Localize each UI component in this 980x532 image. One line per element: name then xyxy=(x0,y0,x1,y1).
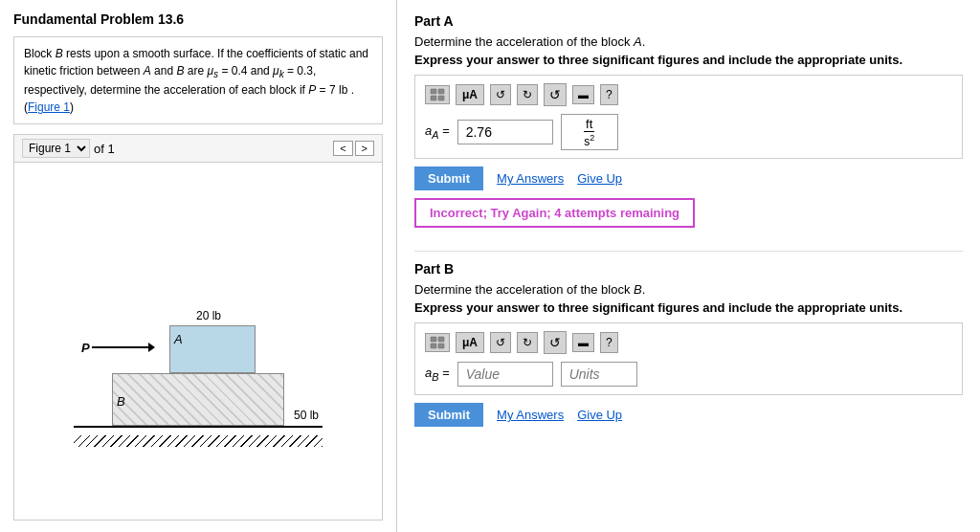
block-a-label: A xyxy=(174,332,183,346)
problem-title: Fundamental Problem 13.6 xyxy=(13,11,383,27)
part-b-keyboard-button[interactable]: ▬ xyxy=(572,333,594,352)
force-p-label: P xyxy=(81,341,90,355)
part-a-undo-button[interactable]: ↺ xyxy=(490,84,511,105)
part-a-redo-button[interactable]: ↻ xyxy=(517,84,538,105)
part-a-submit-row: Submit My Answers Give Up xyxy=(414,166,963,190)
figure-content: 20 lb 50 lb B A P xyxy=(14,163,382,520)
part-b-answer-box: μA ↺ ↻ ↺ ▬ ? aB = xyxy=(414,322,963,395)
part-a-section: Part A Determine the acceleration of the… xyxy=(414,13,963,228)
part-a-help-button[interactable]: ? xyxy=(600,84,618,105)
part-b-submit-row: Submit My Answers Give Up xyxy=(414,403,963,427)
part-a-description: Determine the acceleration of the block … xyxy=(414,34,963,49)
part-b-title: Part B xyxy=(414,261,963,277)
part-a-submit-button[interactable]: Submit xyxy=(414,166,483,190)
figure-next-button[interactable]: > xyxy=(355,141,374,156)
ground-line xyxy=(74,426,323,428)
part-a-units-box: ft s2 xyxy=(561,114,618,150)
svg-rect-6 xyxy=(431,344,436,348)
figure1-link[interactable]: Figure 1 xyxy=(28,100,70,114)
problem-description: Block B rests upon a smooth surface. If … xyxy=(13,36,383,124)
part-b-my-answers-button[interactable]: My Answers xyxy=(497,408,564,422)
part-b-description: Determine the acceleration of the block … xyxy=(414,282,963,297)
part-a-answer-row: aA = ft s2 xyxy=(425,114,952,150)
part-a-units-fraction: ft s2 xyxy=(584,117,594,148)
svg-rect-4 xyxy=(431,337,436,342)
figure-header: Figure 1 of 1 < > xyxy=(14,135,382,163)
part-a-give-up-button[interactable]: Give Up xyxy=(577,171,622,186)
part-b-instruction: Express your answer to three significant… xyxy=(414,300,963,315)
part-a-feedback-banner: Incorrect; Try Again; 4 attempts remaini… xyxy=(414,198,695,228)
figure-of-label: of 1 xyxy=(94,142,115,156)
force-p-line xyxy=(92,346,149,348)
part-b-reset-button[interactable]: ↺ xyxy=(544,331,567,354)
part-b-section: Part B Determine the acceleration of the… xyxy=(414,261,963,427)
part-b-undo-button[interactable]: ↺ xyxy=(490,332,511,353)
part-a-keyboard-button[interactable]: ▬ xyxy=(572,85,594,104)
part-a-instruction: Express your answer to three significant… xyxy=(414,53,963,67)
figure-select[interactable]: Figure 1 xyxy=(22,139,90,158)
ground-hatch xyxy=(74,435,323,447)
svg-rect-2 xyxy=(431,96,436,100)
part-b-help-button[interactable]: ? xyxy=(600,332,618,353)
part-b-units-input[interactable] xyxy=(561,362,637,387)
part-a-units-numerator: ft xyxy=(586,117,592,131)
figure-nav: < > xyxy=(333,141,374,156)
block-b-label: B xyxy=(117,394,125,409)
part-a-toolbar: μA ↺ ↻ ↺ ▬ ? xyxy=(425,83,952,106)
part-b-value-input[interactable] xyxy=(457,362,553,387)
force-p-arrow: P xyxy=(81,341,149,355)
part-b-give-up-button[interactable]: Give Up xyxy=(577,408,622,422)
block-b xyxy=(112,373,284,426)
svg-rect-3 xyxy=(438,96,444,100)
part-a-my-answers-button[interactable]: My Answers xyxy=(497,171,564,186)
part-b-toolbar: μA ↺ ↻ ↺ ▬ ? xyxy=(425,331,952,354)
right-panel: Part A Determine the acceleration of the… xyxy=(397,0,980,532)
part-b-matrix-icon[interactable] xyxy=(425,333,450,352)
part-a-units-denominator: s2 xyxy=(584,131,594,148)
weight-b-label: 50 lb xyxy=(294,409,319,422)
left-panel: Fundamental Problem 13.6 Block B rests u… xyxy=(0,0,397,532)
part-a-greek-button[interactable]: μA xyxy=(456,84,484,105)
part-a-answer-label: aA = xyxy=(425,123,450,141)
weight-a-label: 20 lb xyxy=(196,309,221,322)
svg-rect-1 xyxy=(438,89,444,94)
figure-container: Figure 1 of 1 < > 20 lb xyxy=(13,134,383,521)
part-a-matrix-icon[interactable] xyxy=(425,85,450,104)
diagram: 20 lb 50 lb B A P xyxy=(55,236,342,447)
part-a-reset-button[interactable]: ↺ xyxy=(544,83,567,106)
part-a-title: Part A xyxy=(414,13,963,29)
part-b-redo-button[interactable]: ↻ xyxy=(517,332,538,353)
part-b-answer-label: aB = xyxy=(425,366,450,383)
figure-prev-button[interactable]: < xyxy=(333,141,352,156)
part-b-answer-row: aB = xyxy=(425,362,952,387)
part-b-submit-button[interactable]: Submit xyxy=(414,403,483,427)
part-a-value-input[interactable] xyxy=(457,120,553,144)
part-b-greek-button[interactable]: μA xyxy=(456,332,484,353)
section-divider xyxy=(414,251,963,252)
figure-header-left: Figure 1 of 1 xyxy=(22,139,115,158)
svg-rect-7 xyxy=(438,344,444,348)
svg-rect-0 xyxy=(431,89,436,94)
part-a-answer-box: μA ↺ ↻ ↺ ▬ ? aA = ft s2 xyxy=(414,75,963,159)
svg-rect-5 xyxy=(438,337,444,342)
